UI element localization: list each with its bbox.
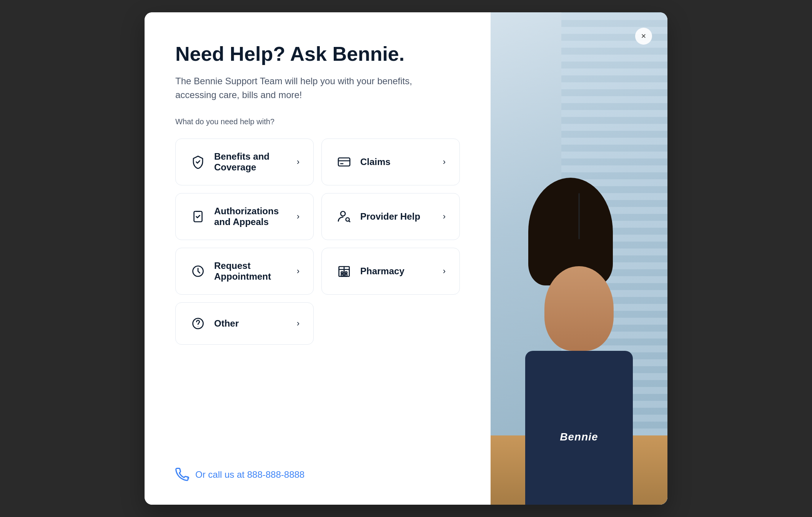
request-appointment-label: Request Appointment xyxy=(214,260,289,282)
svg-rect-11 xyxy=(345,272,347,274)
right-panel: Bennie × xyxy=(491,12,667,505)
categories-grid: Benefits and Coverage › Claims › xyxy=(175,138,460,345)
category-request-appointment[interactable]: Request Appointment › xyxy=(175,248,314,295)
svg-point-16 xyxy=(198,327,198,327)
modal-subtitle: The Bennie Support Team will help you wi… xyxy=(175,74,452,102)
category-other[interactable]: Other › xyxy=(175,302,314,345)
help-modal: Need Help? Ask Bennie. The Bennie Suppor… xyxy=(145,12,667,505)
shield-icon xyxy=(190,153,206,170)
svg-rect-13 xyxy=(345,274,347,277)
svg-line-6 xyxy=(349,221,350,222)
help-prompt: What do you need help with? xyxy=(175,117,460,126)
svg-rect-0 xyxy=(338,158,350,166)
person-search-icon xyxy=(336,208,353,225)
category-benefits-coverage[interactable]: Benefits and Coverage › xyxy=(175,138,314,185)
svg-rect-12 xyxy=(341,274,343,277)
pharmacy-label: Pharmacy xyxy=(360,266,435,277)
bennie-logo-text: Bennie xyxy=(560,431,598,443)
other-label: Other xyxy=(214,318,289,329)
close-icon: × xyxy=(641,31,646,41)
person-shirt: Bennie xyxy=(525,351,633,505)
claims-label: Claims xyxy=(360,157,435,167)
other-chevron: › xyxy=(297,319,300,329)
claims-chevron: › xyxy=(443,157,446,167)
benefits-coverage-chevron: › xyxy=(297,157,300,167)
background-photo: Bennie xyxy=(491,12,667,505)
clipboard-check-icon xyxy=(190,208,206,225)
call-link[interactable]: Or call us at 888-888-8888 xyxy=(175,468,460,482)
svg-rect-10 xyxy=(341,272,343,274)
left-panel: Need Help? Ask Bennie. The Bennie Suppor… xyxy=(145,12,491,505)
question-circle-icon xyxy=(190,315,206,332)
call-text: Or call us at 888-888-8888 xyxy=(195,469,304,480)
authorizations-appeals-chevron: › xyxy=(297,212,300,222)
category-claims[interactable]: Claims › xyxy=(321,138,460,185)
modal-title: Need Help? Ask Bennie. xyxy=(175,43,460,65)
person-face xyxy=(544,266,614,351)
benefits-coverage-label: Benefits and Coverage xyxy=(214,151,289,173)
provider-help-label: Provider Help xyxy=(360,211,435,222)
close-button[interactable]: × xyxy=(635,28,652,45)
category-authorizations-appeals[interactable]: Authorizations and Appeals › xyxy=(175,193,314,240)
provider-help-chevron: › xyxy=(443,212,446,222)
pharmacy-building-icon xyxy=(336,263,353,280)
clock-icon xyxy=(190,263,206,280)
credit-card-icon xyxy=(336,153,353,170)
category-provider-help[interactable]: Provider Help › xyxy=(321,193,460,240)
request-appointment-chevron: › xyxy=(297,266,300,276)
svg-point-4 xyxy=(341,212,345,216)
authorizations-appeals-label: Authorizations and Appeals xyxy=(214,206,289,227)
category-pharmacy[interactable]: Pharmacy › xyxy=(321,248,460,295)
headset-band xyxy=(578,193,580,239)
pharmacy-chevron: › xyxy=(443,266,446,276)
